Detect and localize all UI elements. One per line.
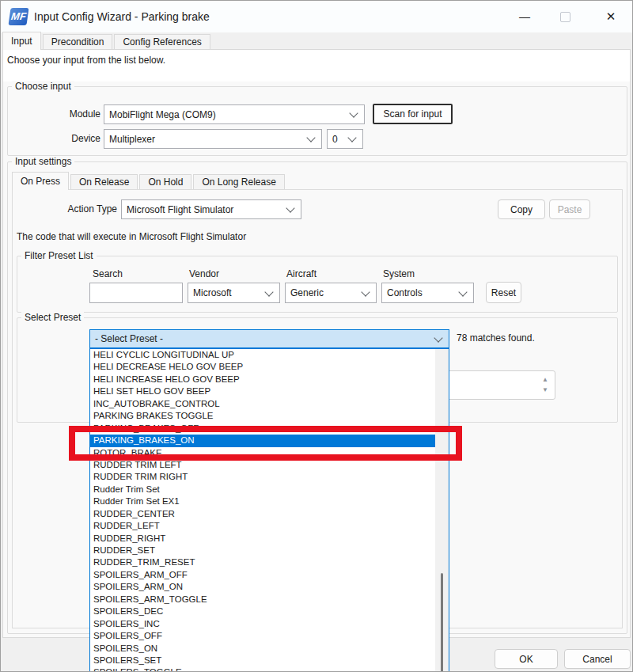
preset-list-item[interactable]: Rudder Trim Set <box>90 484 435 495</box>
search-input[interactable] <box>89 283 183 303</box>
preset-list-item[interactable]: SPOILERS_INC <box>90 618 435 630</box>
chevron-down-icon <box>286 203 294 212</box>
vendor-value: Microsoft <box>188 287 266 298</box>
preset-list-item[interactable]: PARKING BRAKES TOGGLE <box>90 410 435 422</box>
system-label: System <box>383 268 415 279</box>
action-description: The code that will execute in Microsoft … <box>17 231 246 242</box>
chevron-down-icon <box>458 287 467 296</box>
vendor-label: Vendor <box>189 268 219 279</box>
tab-config-references[interactable]: Config References <box>114 34 210 50</box>
system-combobox[interactable]: Controls <box>381 283 474 303</box>
preset-list-item[interactable]: SPOILERS_DEC <box>90 606 435 617</box>
select-preset-combobox[interactable]: - Select Preset - <box>89 329 449 348</box>
preset-list-item[interactable]: SPOILERS_ARM_OFF <box>90 569 435 581</box>
close-icon: ✕ <box>606 9 616 24</box>
device-number-value: 0 <box>328 134 349 145</box>
module-value: MobiFlight Mega (COM9) <box>104 109 351 120</box>
search-label: Search <box>93 268 123 279</box>
tab-precondition[interactable]: Precondition <box>43 34 113 50</box>
action-type-label: Action Type <box>54 203 117 215</box>
preset-list-item[interactable]: SPOILERS_TOGGLE <box>90 666 435 672</box>
device-combobox[interactable]: Multiplexer <box>104 129 322 149</box>
preset-list-item[interactable]: Rudder Trim Set EX1 <box>90 495 435 507</box>
tab-on-hold[interactable]: On Hold <box>139 174 191 190</box>
module-label: Module <box>48 108 100 120</box>
preset-list-item[interactable]: SPOILERS_OFF <box>90 630 435 642</box>
select-preset-value: - Select Preset - <box>90 333 435 344</box>
minimize-icon: — <box>519 10 530 23</box>
event-tab-strip: On Press On Release On Hold On Long Rele… <box>12 172 286 190</box>
chevron-down-icon <box>264 287 273 296</box>
preset-list-item[interactable]: RUDDER_TRIM_RESET <box>90 556 435 568</box>
cancel-button[interactable]: Cancel <box>564 649 631 669</box>
action-type-combobox[interactable]: Microsoft Flight Simulator <box>121 199 301 219</box>
preset-list-item[interactable]: HELI CYCLIC LONGITUDINAL UP <box>90 349 435 361</box>
title-bar: MF Input Config Wizard - Parking brake —… <box>1 1 632 32</box>
preset-dropdown-list: HELI CYCLIC LONGITUDINAL UPHELI DECREASE… <box>89 348 449 672</box>
maximize-button[interactable] <box>547 1 583 32</box>
system-value: Controls <box>382 287 460 298</box>
preset-list-item[interactable]: RUDDER TRIM LEFT <box>90 459 435 471</box>
vendor-combobox[interactable]: Microsoft <box>188 283 280 303</box>
chevron-down-icon <box>306 133 315 142</box>
tab-on-long-release[interactable]: On Long Release <box>193 174 284 190</box>
preset-list-item[interactable]: SPOILERS_ARM_TOGGLE <box>90 594 435 606</box>
preset-list-item[interactable]: SPOILERS_ON <box>90 643 435 655</box>
minimize-button[interactable]: — <box>506 1 543 32</box>
preset-list-item[interactable]: SPOILERS_SET <box>90 655 435 666</box>
preset-list-item[interactable]: PARKING_BRAKES_ON <box>90 435 435 446</box>
preset-list-item[interactable]: INC_AUTOBRAKE_CONTROL <box>90 398 435 410</box>
aircraft-value: Generic <box>286 287 362 298</box>
preset-list-item[interactable]: HELI DECREASE HELO GOV BEEP <box>90 361 435 373</box>
list-scrollbar-thumb[interactable] <box>441 573 443 672</box>
paste-button[interactable]: Paste <box>549 199 590 219</box>
aircraft-label: Aircraft <box>286 268 316 279</box>
select-preset-legend: Select Preset <box>21 312 84 323</box>
chevron-down-icon <box>434 333 442 342</box>
tab-on-release[interactable]: On Release <box>70 174 138 190</box>
close-button[interactable]: ✕ <box>593 1 629 32</box>
preset-list-item[interactable]: PARKING_BRAKES_OFF <box>90 423 435 435</box>
tab-input[interactable]: Input <box>2 32 41 50</box>
scan-for-input-button[interactable]: Scan for input <box>373 104 453 124</box>
ok-button[interactable]: OK <box>495 649 558 669</box>
preset-list-item[interactable]: RUDDER TRIM RIGHT <box>90 471 435 483</box>
device-number-combobox[interactable]: 0 <box>327 129 363 149</box>
maximize-icon <box>560 12 570 22</box>
action-type-value: Microsoft Flight Simulator <box>122 204 287 215</box>
device-label: Device <box>48 133 100 144</box>
module-combobox[interactable]: MobiFlight Mega (COM9) <box>104 104 365 124</box>
main-tab-strip: Input Precondition Config References <box>2 32 212 50</box>
preset-list-item[interactable]: HELI INCREASE HELO GOV BEEP <box>90 374 435 385</box>
preset-list-item[interactable]: RUDDER_RIGHT <box>90 533 435 545</box>
device-value: Multiplexer <box>104 134 308 145</box>
window-title: Input Config Wizard - Parking brake <box>34 1 210 32</box>
input-config-wizard-dialog: MF Input Config Wizard - Parking brake —… <box>0 0 633 672</box>
preset-list-item[interactable]: RUDDER_CENTER <box>90 508 435 520</box>
filter-preset-legend: Filter Preset List <box>21 250 97 261</box>
mobiflight-logo-icon: MF <box>8 8 28 25</box>
aircraft-combobox[interactable]: Generic <box>285 283 377 303</box>
matches-found-text: 78 matches found. <box>457 332 535 344</box>
intro-text: Choose your input from the list below. <box>7 55 165 66</box>
chevron-down-icon <box>349 108 358 117</box>
tab-on-press[interactable]: On Press <box>12 172 69 190</box>
preset-list-item[interactable]: RUDDER_LEFT <box>90 520 435 532</box>
spinner-up-icon[interactable]: ▲ <box>542 377 548 383</box>
chevron-down-icon <box>347 133 356 142</box>
choose-input-legend: Choose input <box>12 81 74 92</box>
input-settings-legend: Input settings <box>12 156 74 167</box>
reset-button[interactable]: Reset <box>486 282 521 303</box>
spinner-down-icon[interactable]: ▼ <box>542 387 548 393</box>
preset-list-item[interactable]: SPOILERS_ARM_ON <box>90 581 435 593</box>
list-scrollbar[interactable] <box>435 349 449 672</box>
copy-button[interactable]: Copy <box>498 199 545 219</box>
chevron-down-icon <box>361 287 370 296</box>
preset-list-item[interactable]: RUDDER_SET <box>90 545 435 556</box>
preset-list-item[interactable]: HELI SET HELO GOV BEEP <box>90 385 435 397</box>
preset-list-item[interactable]: ROTOR_BRAKE <box>90 447 435 459</box>
